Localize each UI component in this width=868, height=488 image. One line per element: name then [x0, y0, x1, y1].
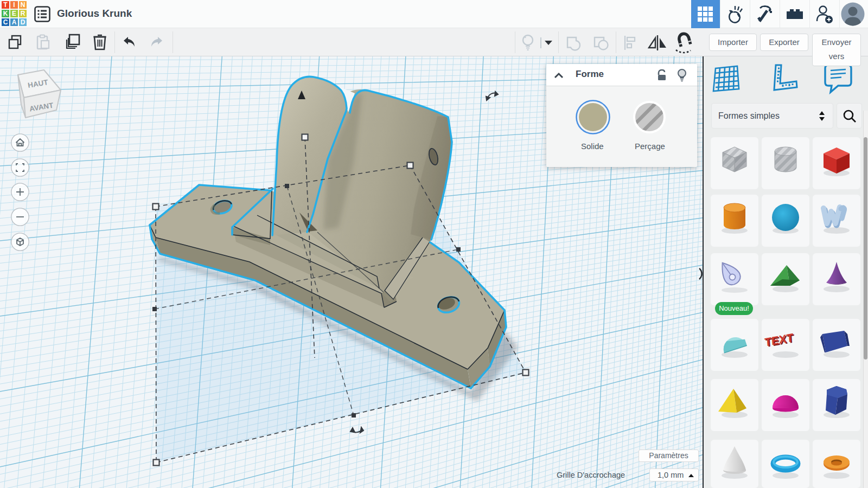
- svg-text:T: T: [3, 1, 8, 9]
- svg-text:C: C: [3, 18, 8, 26]
- svg-text:D: D: [21, 18, 25, 26]
- svg-text:K: K: [3, 10, 8, 17]
- svg-text:R: R: [21, 10, 25, 17]
- svg-text:E: E: [12, 10, 16, 17]
- svg-text:I: I: [13, 1, 15, 9]
- svg-text:N: N: [21, 1, 25, 9]
- svg-text:A: A: [12, 18, 17, 26]
- svg-text:TEXT: TEXT: [764, 331, 794, 348]
